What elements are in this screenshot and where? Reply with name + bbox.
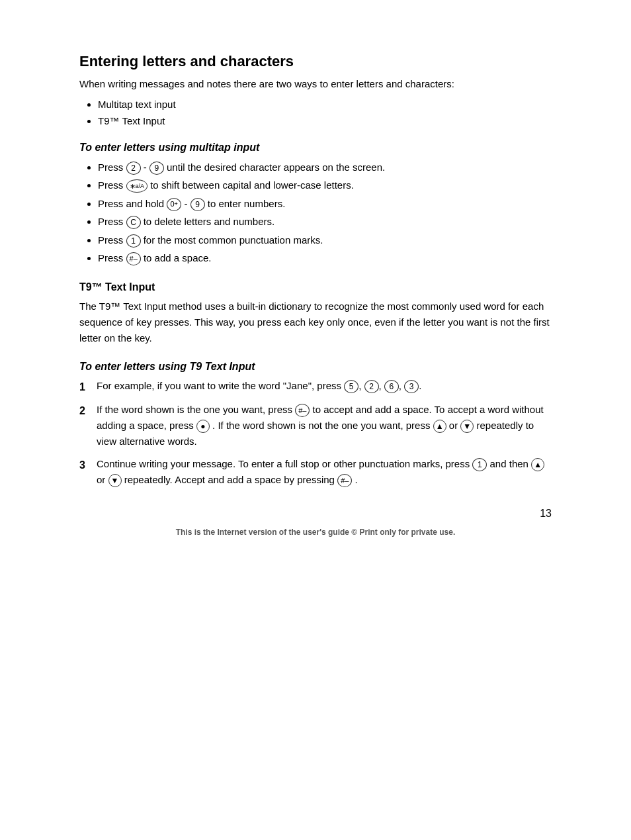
press-label-2: Press <box>98 179 126 191</box>
key-down2: ▼ <box>108 474 122 487</box>
key-hash: #– <box>126 252 141 265</box>
multitap-item-4: Press C to delete letters and numbers. <box>98 213 552 230</box>
t9-step-1: 1 For example, if you want to write the … <box>79 378 552 396</box>
intro-list: Multitap text input T9™ Text Input <box>79 96 552 130</box>
key-5: 5 <box>344 380 358 393</box>
t9-steps: 1 For example, if you want to write the … <box>79 378 552 489</box>
text-2: to shift between capital and lower-case … <box>147 179 354 191</box>
multitap-item-6: Press #– to add a space. <box>98 250 552 267</box>
comma2: , <box>379 380 384 391</box>
step-content-1: For example, if you want to write the wo… <box>97 378 552 394</box>
page-number: 13 <box>79 508 552 520</box>
step2-text-c: . If the word shown is not the one you w… <box>212 420 433 431</box>
dash-2: - <box>181 198 190 209</box>
multitap-heading: To enter letters using multitap input <box>79 142 552 154</box>
period1: . <box>419 380 421 391</box>
t9-step-3: 3 Continue writing your message. To ente… <box>79 456 552 488</box>
text-6: to add a space. <box>141 252 212 263</box>
key-0plus: 0+ <box>167 198 181 211</box>
step3-or: or <box>97 474 108 485</box>
t9-heading: T9™ Text Input <box>79 281 552 293</box>
multitap-item-5: Press 1 for the most common punctuation … <box>98 232 552 249</box>
press-label-4: Press <box>98 216 126 227</box>
step3-text-a: Continue writing your message. To enter … <box>97 458 472 469</box>
key-1: 1 <box>126 234 141 248</box>
t9-enter-heading: To enter letters using T9 Text Input <box>79 361 552 373</box>
multitap-list: Press 2 - 9 until the desired character … <box>79 159 552 267</box>
step-num-3: 3 <box>79 456 97 474</box>
key-up2: ▲ <box>531 458 544 471</box>
key-3: 3 <box>404 380 419 393</box>
key-6: 6 <box>384 380 399 393</box>
text-4: to delete letters and numbers. <box>141 216 275 227</box>
step-content-2: If the word shown is the one you want, p… <box>97 402 552 449</box>
intro-list-item: Multitap text input <box>98 96 552 113</box>
key-hash3: #– <box>337 474 352 487</box>
intro-text: When writing messages and notes there ar… <box>79 77 552 92</box>
page-title: Entering letters and characters <box>79 53 552 70</box>
comma1: , <box>358 380 364 391</box>
press-label-5: Press <box>98 234 126 246</box>
key-hash2: #– <box>295 404 310 417</box>
step-num-2: 2 <box>79 402 97 420</box>
key-c: C <box>126 216 141 229</box>
key-9b: 9 <box>190 198 205 211</box>
key-2: 2 <box>126 162 141 175</box>
t9-enter-section: To enter letters using T9 Text Input 1 F… <box>79 361 552 489</box>
step3-period: . <box>355 474 358 485</box>
step1-text: For example, if you want to write the wo… <box>97 380 344 391</box>
dash-1: - <box>141 162 149 173</box>
comma3: , <box>399 380 404 391</box>
press-hold-label: Press and hold <box>98 198 167 209</box>
step2-text-a: If the word shown is the one you want, p… <box>97 404 295 415</box>
t9-section: T9™ Text Input The T9™ Text Input method… <box>79 281 552 346</box>
press-label-6: Press <box>98 252 126 263</box>
step3-text-c: repeatedly. Accept and add a space by pr… <box>124 474 337 485</box>
key-9: 9 <box>149 162 164 175</box>
multitap-section: To enter letters using multitap input Pr… <box>79 142 552 267</box>
key-2b: 2 <box>364 380 379 393</box>
multitap-item-1: Press 2 - 9 until the desired character … <box>98 159 552 176</box>
text-1: until the desired character appears on t… <box>164 162 385 173</box>
multitap-item-2: Press ∗a/A to shift between capital and … <box>98 177 552 194</box>
key-down: ▼ <box>460 420 474 433</box>
step3-text-b: and then <box>490 458 532 469</box>
step2-or: or <box>449 420 461 431</box>
t9-body: The T9™ Text Input method uses a built-i… <box>79 299 552 346</box>
key-center: ● <box>196 420 210 433</box>
t9-step-2: 2 If the word shown is the one you want,… <box>79 402 552 449</box>
step-content-3: Continue writing your message. To enter … <box>97 456 552 488</box>
press-label: Press <box>98 162 126 173</box>
text-3: to enter numbers. <box>205 198 286 209</box>
intro-list-item: T9™ Text Input <box>98 113 552 130</box>
key-star: ∗a/A <box>126 179 148 193</box>
key-1b: 1 <box>472 458 487 471</box>
footer-note: This is the Internet version of the user… <box>79 528 552 537</box>
key-up: ▲ <box>433 420 446 433</box>
multitap-item-3: Press and hold 0+ - 9 to enter numbers. <box>98 195 552 212</box>
text-5: for the most common punctuation marks. <box>141 234 323 246</box>
step-num-1: 1 <box>79 378 97 396</box>
